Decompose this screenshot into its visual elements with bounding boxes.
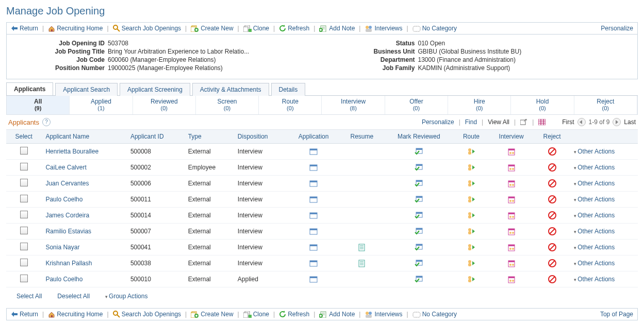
interview-icon[interactable] <box>507 164 516 172</box>
toolbar-create-new[interactable]: Create New <box>191 25 233 32</box>
row-select-checkbox[interactable] <box>20 163 28 170</box>
application-icon[interactable] <box>309 212 318 219</box>
interview-icon[interactable] <box>507 276 516 283</box>
route-icon[interactable] <box>467 212 475 219</box>
last-link[interactable]: Last <box>624 118 636 126</box>
grid-icon[interactable] <box>538 119 546 125</box>
reject-icon[interactable] <box>548 227 556 235</box>
row-select-checkbox[interactable] <box>20 243 28 250</box>
filter-route[interactable]: Route(0) <box>259 96 322 114</box>
toolbar-create-new[interactable]: Create New <box>191 311 233 318</box>
mark-reviewed-icon[interactable] <box>415 212 423 219</box>
reject-icon[interactable] <box>548 259 556 267</box>
toolbar-search-job-openings[interactable]: Search Job Openings <box>113 25 181 32</box>
filter-hire[interactable]: Hire(0) <box>448 96 511 114</box>
route-icon[interactable] <box>467 228 475 235</box>
tab-applicants[interactable]: Applicants <box>6 82 53 95</box>
reject-icon[interactable] <box>548 275 556 283</box>
col-select[interactable]: Select <box>6 130 41 144</box>
other-actions-link[interactable]: ▾Other Actions <box>574 148 615 155</box>
col-actions[interactable] <box>570 130 638 144</box>
interview-icon[interactable] <box>507 228 516 235</box>
application-icon[interactable] <box>309 164 318 171</box>
tab-activity-attachments[interactable]: Activity & Attachments <box>192 83 269 96</box>
application-icon[interactable] <box>309 276 318 283</box>
application-icon[interactable] <box>309 228 318 235</box>
mark-reviewed-icon[interactable] <box>415 260 423 267</box>
col-type[interactable]: Type <box>184 130 234 144</box>
other-actions-link[interactable]: ▾Other Actions <box>574 180 615 187</box>
interview-icon[interactable] <box>507 180 516 187</box>
tab-applicant-screening[interactable]: Applicant Screening <box>120 83 190 96</box>
other-actions-link[interactable]: ▾Other Actions <box>574 276 615 283</box>
col-applicant-name[interactable]: Applicant Name <box>41 130 126 144</box>
filter-all[interactable]: All(9) <box>7 96 70 114</box>
reject-icon[interactable] <box>548 163 556 172</box>
toolbar-search-job-openings[interactable]: Search Job Openings <box>113 311 181 318</box>
col-resume[interactable]: Resume <box>340 130 384 144</box>
row-select-checkbox[interactable] <box>20 147 28 155</box>
other-actions-link[interactable]: ▾Other Actions <box>574 244 615 251</box>
toolbar-return[interactable]: Return <box>11 25 38 32</box>
mark-reviewed-icon[interactable] <box>415 180 423 187</box>
interview-icon[interactable] <box>507 148 516 156</box>
first-link[interactable]: First <box>562 118 574 126</box>
reject-icon[interactable] <box>548 243 556 251</box>
toolbar-refresh[interactable]: Refresh <box>279 311 309 318</box>
interview-icon[interactable] <box>507 260 516 267</box>
grid-personalize-link[interactable]: Personalize <box>422 118 454 126</box>
reject-icon[interactable] <box>548 147 556 156</box>
route-icon[interactable] <box>467 196 475 203</box>
toolbar-add-note[interactable]: Add Note <box>319 311 355 318</box>
col-route[interactable]: Route <box>454 130 489 144</box>
toolbar-interviews[interactable]: Interviews <box>365 25 402 32</box>
group-actions-link[interactable]: ▾Group Actions <box>105 293 147 300</box>
filter-offer[interactable]: Offer(0) <box>385 96 448 114</box>
reject-icon[interactable] <box>548 195 556 203</box>
other-actions-link[interactable]: ▾Other Actions <box>574 164 615 171</box>
col-mark-reviewed[interactable]: Mark Reviewed <box>384 130 454 144</box>
interview-icon[interactable] <box>507 212 516 219</box>
mark-reviewed-icon[interactable] <box>415 148 423 155</box>
application-icon[interactable] <box>309 196 318 203</box>
application-icon[interactable] <box>309 244 318 251</box>
resume-icon[interactable] <box>358 260 365 267</box>
next-icon[interactable] <box>613 118 621 126</box>
other-actions-link[interactable]: ▾Other Actions <box>574 212 615 219</box>
mark-reviewed-icon[interactable] <box>415 244 423 251</box>
row-select-checkbox[interactable] <box>20 227 28 234</box>
toolbar-recruiting-home[interactable]: Recruiting Home <box>48 25 103 32</box>
mark-reviewed-icon[interactable] <box>415 196 423 203</box>
other-actions-link[interactable]: ▾Other Actions <box>574 196 615 203</box>
toolbar-add-note[interactable]: Add Note <box>319 25 355 32</box>
grid-find-link[interactable]: Find <box>465 118 477 126</box>
toolbar-recruiting-home[interactable]: Recruiting Home <box>48 311 103 318</box>
reject-icon[interactable] <box>548 179 556 187</box>
top-of-page-link[interactable]: Top of Page <box>600 311 633 318</box>
col-reject[interactable]: Reject <box>534 130 570 144</box>
zoom-icon[interactable] <box>520 119 527 125</box>
col-application[interactable]: Application <box>287 130 340 144</box>
grid-viewall[interactable]: View All <box>488 118 509 126</box>
toolbar-no-category[interactable]: No Category <box>412 311 457 318</box>
row-select-checkbox[interactable] <box>20 275 28 282</box>
filter-interview[interactable]: Interview(8) <box>322 96 385 114</box>
col-applicant-id[interactable]: Applicant ID <box>126 130 184 144</box>
application-icon[interactable] <box>309 148 318 155</box>
toolbar-interviews[interactable]: Interviews <box>365 311 402 318</box>
other-actions-link[interactable]: ▾Other Actions <box>574 260 615 267</box>
applicant-name-link[interactable]: James Cordeira <box>45 212 89 219</box>
toolbar-refresh[interactable]: Refresh <box>279 25 309 32</box>
prev-icon[interactable] <box>577 118 586 126</box>
select-all-link[interactable]: Select All <box>16 293 42 300</box>
row-select-checkbox[interactable] <box>20 179 28 186</box>
interview-icon[interactable] <box>507 244 516 251</box>
route-icon[interactable] <box>467 276 475 283</box>
filter-applied[interactable]: Applied(1) <box>70 96 133 114</box>
other-actions-link[interactable]: ▾Other Actions <box>574 228 615 235</box>
col-disposition[interactable]: Disposition <box>234 130 287 144</box>
applicant-name-link[interactable]: Paulo Coelho <box>45 196 82 203</box>
deselect-all-link[interactable]: Deselect All <box>57 293 90 300</box>
col-interview[interactable]: Interview <box>488 130 534 144</box>
toolbar-no-category[interactable]: No Category <box>412 25 457 32</box>
